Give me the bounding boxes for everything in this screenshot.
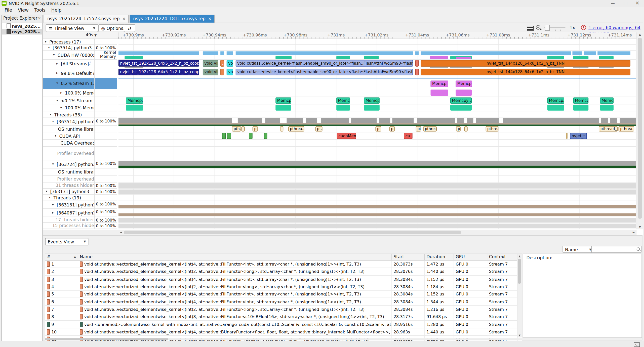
timeline-row-label[interactable]: OS runtime libraries — [43, 126, 94, 132]
bar-segment[interactable] — [203, 51, 218, 55]
bar-segment[interactable] — [249, 133, 253, 139]
timeline-row-label[interactable]: Profiler overhead — [43, 176, 94, 183]
timeline-duration-selector[interactable]: 49s ▼ — [43, 32, 118, 39]
timeline-track[interactable]: nvjet_tst_192x128_64x5_1x2_h_bz_coopB_bi… — [118, 60, 636, 68]
tree-collapse-icon[interactable]: ▾ — [48, 46, 50, 49]
column-header-start[interactable]: Start — [392, 254, 425, 260]
tree-expand-icon[interactable]: ▸ — [56, 71, 58, 75]
timeline-horizontal-scrollbar[interactable]: ◄ ► — [43, 230, 637, 235]
timeline-row-label[interactable]: CUDA Overhead — [43, 140, 94, 147]
tree-collapse-icon[interactable]: ▾ — [56, 98, 58, 102]
bar-segment[interactable] — [415, 51, 419, 55]
bar-segment[interactable] — [126, 105, 143, 111]
timeline-track[interactable] — [118, 160, 636, 169]
kernel-bar[interactable]: pt... — [315, 126, 323, 132]
timeline-row-label[interactable]: ▸100.0% Memory — [43, 104, 94, 111]
timeline-track[interactable] — [118, 201, 636, 209]
tree-collapse-icon[interactable]: ▾ — [46, 190, 47, 193]
bar-segment[interactable] — [118, 213, 636, 216]
tree-expand-icon[interactable]: ▸ — [52, 203, 54, 206]
tab-close-icon[interactable]: × — [208, 16, 212, 21]
swap-rows-button[interactable]: ⇄ — [124, 24, 135, 32]
project-item[interactable]: nsys_2025... — [2, 29, 43, 34]
tab-close-icon[interactable]: × — [122, 16, 126, 21]
timeline-row-label[interactable]: ▸[364067] python3 — [43, 209, 94, 217]
timeline-track[interactable] — [118, 118, 636, 126]
timeline-row-label[interactable]: OS runtime libraries — [43, 168, 94, 176]
bar-segment[interactable] — [390, 118, 392, 123]
project-explorer-close-icon[interactable]: × — [38, 16, 41, 20]
column-header-gpu[interactable]: GPU — [454, 254, 487, 260]
bar-segment[interactable] — [364, 105, 380, 111]
timeline-track[interactable]: Memcp...Memcp... — [118, 78, 636, 89]
timeline-row-label[interactable]: ▾Processes (17) — [43, 39, 94, 45]
kernel-bar[interactable]: nvjet_tst_144x128_64x6_1x2_h_bz_TNN — [421, 60, 630, 67]
kernel-bar[interactable]: Memcp... — [573, 97, 588, 104]
keyboard-shortcuts-icon[interactable] — [527, 26, 534, 31]
timeline-row-label[interactable]: ▸100.0% Memory — [43, 89, 94, 97]
timeline-track[interactable] — [118, 45, 636, 51]
expand-streams-icon[interactable]: ↗↙ — [89, 62, 93, 66]
timeline-row-label[interactable]: Profiler overhead — [43, 147, 94, 160]
menu-tools[interactable]: Tools — [31, 7, 48, 13]
tree-collapse-icon[interactable]: ▾ — [55, 134, 56, 138]
bar-segment[interactable] — [227, 51, 233, 55]
bar-segment[interactable] — [349, 118, 351, 123]
menu-view[interactable]: View — [15, 7, 32, 13]
timeline-track[interactable] — [118, 39, 636, 45]
table-row[interactable]: 9void <unnamed>::elementwise_kernel_with… — [45, 321, 522, 328]
kernel-bar[interactable]: Memcp... — [126, 97, 143, 104]
timeline-track[interactable] — [118, 111, 636, 118]
timeline-row-label[interactable]: 31 threads hidden—+ — [43, 183, 94, 189]
timeline-row-label[interactable]: ▸[363131] python3 — [43, 201, 94, 209]
kernel-bar[interactable]: pthrea... — [619, 126, 634, 132]
table-row[interactable]: 1void at::native::vectorized_elementwise… — [45, 261, 522, 268]
scrollbar-thumb[interactable] — [45, 338, 168, 340]
kernel-bar[interactable]: Memcp... — [456, 80, 472, 87]
timeline-track[interactable] — [118, 189, 636, 195]
tree-collapse-icon[interactable]: ▾ — [50, 112, 52, 116]
kernel-bar[interactable]: vo... — [227, 69, 233, 75]
table-row[interactable]: 7void at::native::vectorized_elementwise… — [45, 306, 522, 313]
scroll-down-icon[interactable]: ▼ — [637, 225, 643, 229]
timeline-track[interactable] — [118, 209, 636, 217]
bar-segment[interactable] — [125, 56, 143, 59]
bar-segment[interactable] — [450, 105, 472, 111]
timeline-row-label[interactable]: ▸[All Streams]↗↙ — [43, 60, 94, 68]
bar-segment[interactable] — [617, 118, 620, 123]
timeline-track[interactable]: Memcp...Memcp...Memcp...Memcp...Memcpy .… — [118, 97, 636, 104]
timeline-row-label[interactable]: ▾0.2% Stream 13 — [43, 78, 94, 89]
timeline-track[interactable] — [118, 104, 636, 111]
tree-collapse-icon[interactable]: ▾ — [52, 162, 54, 166]
timeline-canvas[interactable]: nvjet_tst_192x128_64x5_1x2_h_bz_coopB_bi… — [118, 39, 636, 229]
kernel-bar[interactable]: nvjet_tst_192x128_64x5_1x2_h_bz_coopB_bi… — [118, 60, 199, 67]
timeline-track[interactable] — [118, 176, 636, 183]
timeline-track[interactable]: pth...pt...pthrea...pt...pt...pt...pt...… — [118, 126, 636, 132]
bar-segment[interactable] — [599, 56, 614, 59]
bar-segment[interactable] — [262, 118, 265, 123]
bar-segment[interactable] — [232, 118, 238, 123]
bar-segment[interactable] — [118, 218, 636, 222]
timeline-track[interactable]: ...cudaMem...cu...nvjet_t... — [118, 132, 636, 140]
timeline-track[interactable] — [118, 223, 636, 229]
bar-segment[interactable] — [280, 118, 287, 123]
timeline-track[interactable] — [118, 89, 636, 97]
kernel-bar[interactable]: Memcp... — [336, 97, 350, 104]
table-row[interactable]: 8void at::native::vectorized_elementwise… — [45, 313, 522, 321]
kernel-bar[interactable]: Memcp... — [364, 97, 380, 104]
kernel-bar[interactable]: void vll... — [203, 69, 218, 75]
timeline-track[interactable] — [118, 168, 636, 176]
menu-file[interactable]: File — [2, 7, 15, 13]
bar-segment[interactable] — [464, 118, 467, 123]
timeline-row-label[interactable]: ▾CUDA API — [43, 132, 94, 140]
table-row[interactable]: 10void at::native::vectorized_elementwis… — [45, 328, 522, 336]
project-item[interactable]: nsys_2025... — [2, 23, 43, 29]
table-row[interactable]: 6void at::native::vectorized_elementwise… — [45, 298, 522, 306]
bar-segment[interactable] — [599, 118, 601, 123]
kernel-bar[interactable]: nvjet_t... — [570, 133, 587, 139]
bar-segment[interactable] — [464, 126, 468, 132]
timeline-track[interactable] — [118, 183, 636, 189]
view-selector-dropdown[interactable]: ≡ Timeline View ▼ — [46, 24, 98, 32]
bar-segment[interactable] — [584, 51, 596, 55]
scroll-left-icon[interactable]: ◄ — [118, 230, 124, 235]
